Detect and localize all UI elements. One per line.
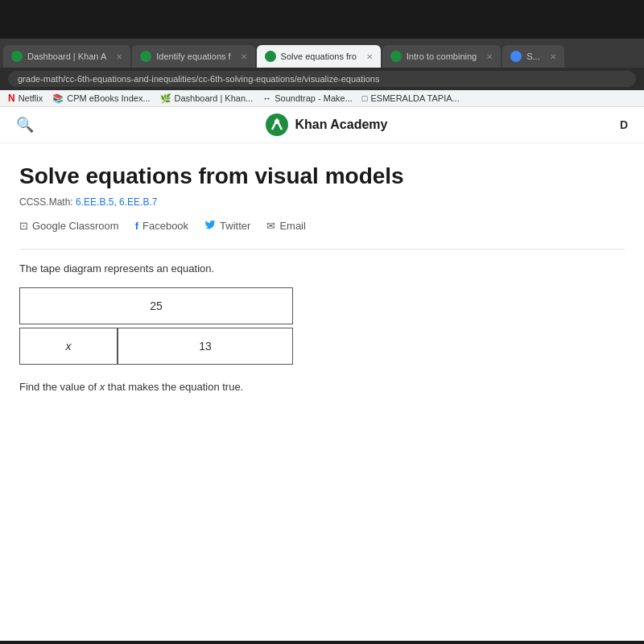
bookmark-netflix-label: Netflix [19, 93, 43, 103]
share-email[interactable]: ✉ Email [266, 220, 306, 232]
ka-logo: Khan Academy [266, 114, 387, 136]
share-facebook[interactable]: f Facebook [135, 220, 188, 232]
tape-cell-13: 13 [118, 328, 293, 365]
google-classroom-icon: ⊡ [19, 220, 28, 232]
bookmark-cpm-label: CPM eBooks Index... [67, 93, 150, 103]
tape-diagram: 25 x 13 [19, 287, 293, 365]
ka-logo-text: Khan Academy [295, 118, 387, 132]
tab-dashboard[interactable]: Dashboard | Khan A ✕ [3, 45, 130, 68]
share-google-classroom-label: Google Classroom [32, 220, 119, 232]
bookmark-soundtrap-label: Soundtrap - Make... [275, 93, 353, 103]
share-twitter[interactable]: Twitter [204, 219, 250, 233]
tab-icon-other [510, 51, 522, 62]
esmeralda-icon: □ [362, 93, 368, 103]
tab-identify[interactable]: Identify equations f ✕ [132, 45, 254, 68]
content-divider [19, 249, 625, 250]
tab-label-other: S... [526, 52, 540, 61]
main-content: Solve equations from visual models CCSS.… [0, 143, 644, 641]
tab-intro[interactable]: Intro to combining ✕ [382, 45, 501, 68]
address-bar: grade-math/cc-6th-equations-and-inequali… [0, 68, 644, 90]
tab-label-dashboard: Dashboard | Khan A [27, 52, 106, 61]
header-right: D [620, 118, 628, 131]
netflix-icon: N [8, 93, 15, 104]
share-twitter-label: Twitter [220, 220, 250, 232]
ka-header: 🔍 Khan Academy D [0, 107, 644, 143]
bookmark-esmeralda[interactable]: □ ESMERALDA TAPIA... [362, 93, 460, 103]
bookmark-khan[interactable]: 🌿 Dashboard | Khan... [160, 93, 254, 104]
variable-x: x [100, 381, 105, 393]
find-text: Find the value of x that makes the equat… [19, 381, 625, 393]
tab-label-intro: Intro to combining [407, 52, 477, 61]
tape-value-x: x [66, 340, 72, 353]
url-input[interactable]: grade-math/cc-6th-equations-and-inequali… [8, 71, 636, 87]
tab-icon-dashboard [11, 51, 23, 62]
tab-close-identify[interactable]: ✕ [236, 52, 247, 61]
cpm-icon: 📚 [52, 93, 64, 104]
bookmark-netflix[interactable]: N Netflix [8, 93, 43, 104]
tab-close-solve[interactable]: ✕ [361, 52, 373, 61]
facebook-icon: f [135, 220, 138, 232]
tab-icon-identify [140, 51, 151, 62]
tape-cell-x: x [19, 328, 118, 365]
tape-value-25: 25 [150, 299, 163, 312]
tab-label-identify: Identify equations f [156, 52, 230, 61]
share-buttons: ⊡ Google Classroom f Facebook Twitter ✉ … [19, 219, 625, 233]
bookmarks-bar: N Netflix 📚 CPM eBooks Index... 🌿 Dashbo… [0, 90, 644, 107]
share-email-label: Email [279, 220, 306, 232]
tab-other[interactable]: S... ✕ [502, 45, 564, 68]
tape-cell-25: 25 [19, 287, 293, 324]
email-icon: ✉ [266, 220, 275, 232]
tab-solve[interactable]: Solve equations fro ✕ [257, 45, 381, 68]
tab-close-dashboard[interactable]: ✕ [111, 52, 122, 61]
browser-tab-bar: Dashboard | Khan A ✕ Identify equations … [0, 39, 644, 68]
svg-point-0 [266, 114, 288, 136]
twitter-icon [204, 219, 216, 233]
bookmark-khan-label: Dashboard | Khan... [175, 93, 254, 103]
bookmark-cpm[interactable]: 📚 CPM eBooks Index... [52, 93, 150, 104]
soundtrap-icon: ↔ [262, 93, 271, 103]
tab-close-intro[interactable]: ✕ [481, 52, 493, 61]
tab-close-other[interactable]: ✕ [545, 52, 556, 61]
tape-value-13: 13 [199, 340, 212, 353]
svg-point-1 [275, 119, 279, 124]
ccss-label: CCSS.Math: [19, 196, 73, 208]
share-google-classroom[interactable]: ⊡ Google Classroom [19, 220, 119, 232]
ccss-link-2[interactable]: 6.EE.B.7 [119, 196, 157, 208]
page-title: Solve equations from visual models [19, 163, 625, 190]
khan-bookmark-icon: 🌿 [160, 93, 171, 104]
tab-icon-solve [265, 51, 276, 62]
tab-icon-intro [390, 51, 402, 62]
search-icon[interactable]: 🔍 [16, 116, 34, 134]
ccss-standards: CCSS.Math: 6.EE.B.5, 6.EE.B.7 [19, 196, 625, 208]
tape-row-bottom: x 13 [19, 328, 293, 365]
exercise-prompt: The tape diagram represents an equation. [19, 262, 625, 275]
ccss-link-1[interactable]: 6.EE.B.5 [76, 196, 114, 208]
url-text: grade-math/cc-6th-equations-and-inequali… [18, 74, 379, 84]
bookmark-soundtrap[interactable]: ↔ Soundtrap - Make... [262, 93, 353, 103]
tab-label-solve: Solve equations fro [281, 52, 357, 61]
bookmark-esmeralda-label: ESMERALDA TAPIA... [370, 93, 459, 103]
laptop-bezel [0, 0, 644, 39]
ka-logo-icon [266, 114, 288, 136]
share-facebook-label: Facebook [142, 220, 188, 232]
tape-row-top: 25 [19, 287, 293, 324]
